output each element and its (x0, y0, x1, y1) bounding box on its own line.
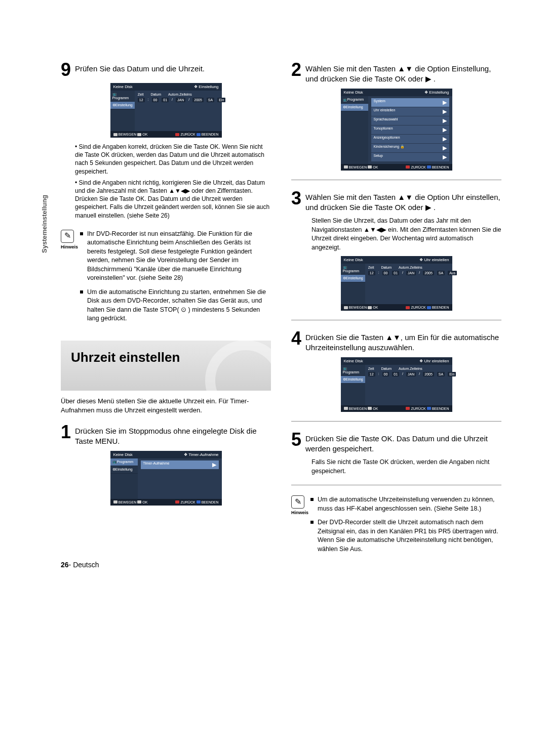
osd-breadcrumb: ❖ Uhr einstellen (419, 359, 449, 363)
disc-art-icon (205, 341, 271, 391)
step-number: 3 (291, 189, 301, 207)
osd-time-row: 12:00 01/JAN/2005 SA Ein (138, 98, 226, 102)
step-number: 9 (61, 61, 71, 79)
osd-menu-item: Kindersicherung 🔒▶ (371, 144, 449, 152)
osd-side-item: ⚙Einstellung (341, 376, 365, 384)
osd-side-item: 📺Programm (110, 91, 135, 102)
osd-menu-item: Uhr einstellen▶ (371, 107, 449, 116)
step-1: 1 Drücken Sie im Stoppmodus ohne eingele… (61, 423, 271, 447)
page-number: 26- Deutsch (61, 561, 99, 569)
step-5: 5 Drücken Sie die Taste OK. Das Datum un… (291, 431, 501, 454)
step-4: 4 Drücken Sie die Tasten ▲▼, um Ein für … (291, 329, 501, 353)
osd-side-item: 📺Programm (341, 96, 368, 104)
osd-menu-item: Timer-Aufnahme▶ (141, 460, 219, 469)
step-9: 9 Prüfen Sie das Datum und die Uhrzeit. (61, 61, 271, 79)
osd-side-item: ⚙Einstellung (110, 102, 135, 109)
osd-hint: ZURÜCK BEENDEN (175, 500, 218, 504)
step-subtext: Falls Sie nicht die Taste OK drücken, we… (311, 458, 501, 476)
osd-hint: BEWEGEN OK (344, 165, 378, 169)
step-text: Drücken Sie im Stoppmodus ohne eingelegt… (75, 423, 271, 447)
osd-col-head: Autom.Zeiteins (168, 93, 192, 96)
step-2: 2 Wählen Sie mit den Tasten ▲▼ die Optio… (291, 61, 501, 85)
step-text: Drücken Sie die Taste OK. Das Datum und … (305, 431, 501, 454)
separator (291, 485, 501, 485)
note-bullet: • Sind die Angaben nicht richtig, korrig… (75, 179, 271, 220)
osd-hint: ZURÜCK BEENDEN (406, 165, 449, 169)
osd-col-head: Datum (381, 367, 392, 370)
osd-menu-item: Tonoptionen▶ (371, 125, 449, 134)
step-text: Drücken Sie die Tasten ▲▼, um Ein für di… (305, 329, 501, 353)
osd-side-item: ⚙Einstellung (110, 466, 138, 474)
osd-breadcrumb: ❖ Einstellung (194, 85, 218, 89)
osd-col-head: Autom.Zeiteins (399, 266, 422, 269)
separator (291, 421, 501, 422)
osd-side-item: 📺Programm (341, 264, 365, 275)
osd-side-item: 📺Programm (110, 458, 138, 466)
note-icon: ✎ (291, 495, 304, 509)
right-column: 2 Wählen Sie mit den Tasten ▲▼ die Optio… (291, 61, 501, 569)
note-block-1: ✎ Hinweis Ihr DVD-Recorder ist nun einsa… (61, 230, 271, 328)
osd-screenshot-step4: Keine Disk ❖ Uhr einstellen 📺Programm ⚙E… (341, 357, 452, 412)
manual-page: Systemeinstellung 9 Prüfen Sie das Datum… (0, 0, 547, 589)
bullet-icon (80, 290, 83, 293)
note-item: Um die automatische Uhrzeiteinstellung v… (318, 495, 501, 513)
osd-hint: ZURÜCK BEENDEN (406, 306, 449, 309)
osd-screenshot-step3: Keine Disk ❖ Uhr einstellen 📺Programm ⚙E… (341, 256, 452, 311)
note-block-2: ✎ Hinweis Um die automatische Uhrzeitein… (291, 495, 501, 559)
step-text: Wählen Sie mit den Tasten ▲▼ die Option … (305, 61, 501, 85)
step-number: 5 (291, 431, 301, 449)
step-text: Prüfen Sie das Datum und die Uhrzeit. (75, 61, 205, 74)
osd-col-head: Datum (150, 93, 161, 96)
osd-status: Keine Disk (344, 359, 363, 363)
note-item: Ihr DVD-Recorder ist nun einsatzfähig. D… (87, 230, 271, 283)
step-number: 2 (291, 61, 301, 79)
note-item: Um die automatische Einrichtung zu start… (87, 288, 271, 323)
osd-status: Keine Disk (113, 85, 133, 89)
osd-screenshot-step9: Keine Disk ❖ Einstellung 📺Programm ⚙Eins… (110, 83, 222, 138)
note-icon: ✎ (61, 230, 74, 243)
step-number: 4 (291, 329, 301, 348)
section-tab-label: Systemeinstellung (41, 195, 48, 253)
osd-menu-item: Setup▶ (371, 153, 449, 161)
osd-menu-item: Anzeigeoptionen▶ (371, 135, 449, 143)
osd-col-head: Zeit (368, 367, 374, 370)
separator (291, 180, 501, 180)
osd-breadcrumb: ❖ Timer-Aufnahme (184, 452, 218, 457)
separator (291, 320, 501, 320)
section-intro: Über dieses Menü stellen Sie die aktuell… (61, 397, 271, 415)
osd-hint: BEWEGEN OK (344, 306, 378, 309)
osd-status: Keine Disk (344, 90, 363, 95)
osd-side-item: 📺Programm (341, 365, 365, 376)
osd-status: Keine Disk (344, 258, 363, 262)
note-label: Hinweis (291, 510, 304, 516)
osd-side-item: ⚙Einstellung (341, 104, 368, 111)
osd-hint: ZURÜCK BEENDEN (175, 133, 218, 136)
osd-hint: BEWEGEN OK (113, 133, 148, 136)
osd-side-item: ⚙Einstellung (341, 275, 365, 282)
bullet-icon (310, 498, 314, 501)
note-item: Der DVD-Recorder stellt die Uhrzeit auto… (318, 518, 501, 554)
osd-col-head: Zeit (368, 266, 374, 269)
osd-status: Keine Disk (113, 452, 133, 457)
step-text: Wählen Sie mit den Tasten ▲▼ die Option … (305, 189, 501, 213)
left-column: 9 Prüfen Sie das Datum und die Uhrzeit. … (61, 61, 271, 569)
osd-col-head: Datum (381, 266, 392, 269)
osd-screenshot-step1: Keine Disk ❖ Timer-Aufnahme 📺Programm ⚙E… (110, 451, 222, 506)
osd-hint: BEWEGEN OK (113, 500, 148, 504)
osd-breadcrumb: ❖ Uhr einstellen (419, 258, 449, 262)
osd-hint: ZURÜCK BEENDEN (406, 407, 449, 410)
step-3: 3 Wählen Sie mit den Tasten ▲▼ die Optio… (291, 189, 501, 213)
osd-time-row: 12:00 01/JAN/2005 SA Ein (368, 372, 456, 376)
section-heading-clock: Uhrzeit einstellen (61, 341, 271, 391)
step-subtext: Stellen Sie die Uhrzeit, das Datum oder … (311, 217, 501, 252)
osd-menu-item: Sprachauswahl▶ (371, 116, 449, 125)
note-bullet: • Sind die Angaben korrekt, drücken Sie … (75, 143, 271, 176)
note-label: Hinweis (61, 244, 74, 250)
osd-time-row: 12:00 01/JAN/2005 SA Aus (368, 271, 457, 275)
osd-screenshot-step2: Keine Disk ❖ Einstellung 📺Programm ⚙Eins… (341, 89, 452, 171)
step-number: 1 (61, 423, 71, 441)
osd-menu-item: System▶ (371, 98, 449, 107)
osd-breadcrumb: ❖ Einstellung (424, 90, 449, 95)
osd-hint: BEWEGEN OK (344, 407, 378, 410)
bullet-icon (310, 521, 314, 524)
